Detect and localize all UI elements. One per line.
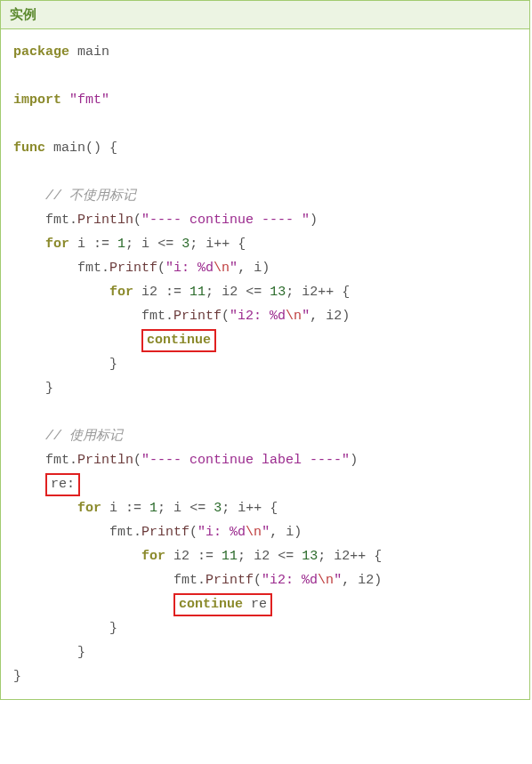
p2: (	[157, 261, 165, 276]
for2: for	[109, 285, 133, 300]
stri2b: "i2: %d	[262, 573, 318, 588]
ci1: , i	[238, 261, 262, 276]
bc2: }	[45, 381, 53, 396]
esc2: \n	[286, 309, 302, 324]
highlight-continue-re: continue re	[173, 593, 272, 616]
p3: (	[222, 309, 230, 324]
code-block: package main import "fmt" func main() { …	[1, 29, 529, 699]
p4: (	[133, 453, 141, 468]
dot5: .	[133, 525, 141, 540]
asg3: :=	[125, 501, 141, 516]
import-val: "fmt"	[69, 92, 109, 108]
asg2: :=	[165, 285, 181, 300]
comment-2: // 使用标记	[45, 429, 123, 444]
dot2: .	[101, 261, 109, 276]
brace-open: {	[101, 141, 117, 156]
s8: ;	[318, 549, 326, 564]
for3: for	[77, 501, 101, 516]
kw-func: func	[13, 141, 45, 156]
s6: ;	[222, 501, 230, 516]
asg1: :=	[93, 237, 109, 252]
bc3: }	[109, 621, 117, 636]
s7: ;	[238, 549, 246, 564]
for1: for	[45, 237, 69, 252]
cont-re-id: re	[243, 597, 267, 612]
n1b: 1	[149, 501, 157, 516]
ipp1: i++	[197, 237, 238, 252]
fmt6: fmt	[173, 573, 197, 588]
pc5: )	[294, 525, 302, 540]
s1: ;	[125, 237, 133, 252]
printf4: Printf	[206, 573, 254, 588]
dot1: .	[69, 213, 77, 228]
sp3	[181, 285, 189, 300]
printf3: Printf	[141, 525, 189, 540]
highlight-continue-1: continue	[141, 329, 216, 352]
cont-re-kw: continue	[179, 597, 243, 612]
dot3: .	[165, 309, 173, 324]
s4: ;	[286, 285, 294, 300]
p5: (	[189, 525, 197, 540]
pc3: )	[342, 309, 350, 324]
i2d: i2	[246, 549, 278, 564]
pc1: )	[310, 213, 318, 228]
kw-import: import	[13, 92, 61, 108]
sp1	[109, 237, 117, 252]
strc4: "	[334, 573, 342, 588]
strc3: "	[262, 525, 270, 540]
esc1: \n	[214, 261, 230, 276]
n1: 1	[117, 237, 125, 252]
example-header: 实例	[1, 1, 529, 29]
n3: 3	[181, 237, 189, 252]
bo1: {	[238, 237, 246, 252]
printf1: Printf	[109, 261, 157, 276]
fmt1: fmt	[45, 213, 69, 228]
asg4: :=	[197, 549, 214, 564]
sp6	[206, 501, 214, 516]
println1: Println	[77, 213, 133, 228]
sp8	[294, 549, 302, 564]
i2b: i2	[214, 285, 246, 300]
pc6: )	[374, 573, 382, 588]
le2: <=	[246, 285, 262, 300]
n11b: 11	[222, 549, 238, 564]
re-name: re	[51, 477, 67, 492]
header-title: 实例	[10, 6, 36, 21]
sp5	[141, 501, 149, 516]
i2a: i2	[133, 285, 165, 300]
bc1: }	[109, 357, 117, 372]
pc4: )	[350, 453, 358, 468]
p1: (	[133, 213, 141, 228]
str-cont1: "---- continue ---- "	[141, 213, 310, 228]
i4: i	[165, 501, 189, 516]
n13b: 13	[302, 549, 318, 564]
stri1: "i: %d	[165, 261, 214, 276]
ci2a: , i2	[310, 309, 342, 324]
i3: i	[101, 501, 125, 516]
example-container: 实例 package main import "fmt" func main()…	[0, 0, 530, 700]
s2: ;	[189, 237, 197, 252]
n13: 13	[270, 285, 286, 300]
pc2: )	[262, 261, 270, 276]
i2pp2: i2++	[326, 549, 374, 564]
s3: ;	[206, 285, 214, 300]
bc4: }	[77, 645, 85, 660]
strc1: "	[230, 261, 238, 276]
kw-package: package	[13, 44, 69, 60]
println2: Println	[77, 453, 133, 468]
fmt5: fmt	[109, 525, 133, 540]
le4: <=	[278, 549, 294, 564]
func-parens: ()	[85, 141, 101, 156]
func-name: main	[45, 141, 85, 156]
fmt3: fmt	[141, 309, 165, 324]
fmt4: fmt	[45, 453, 69, 468]
n3b: 3	[214, 501, 222, 516]
highlight-re-label: re:	[45, 473, 80, 496]
s5: ;	[157, 501, 165, 516]
comment-1: // 不使用标记	[45, 189, 136, 204]
pkg-name: main	[69, 44, 109, 60]
dot6: .	[197, 573, 206, 588]
sp7	[214, 549, 222, 564]
fmt2: fmt	[77, 261, 101, 276]
sp2	[173, 237, 181, 252]
